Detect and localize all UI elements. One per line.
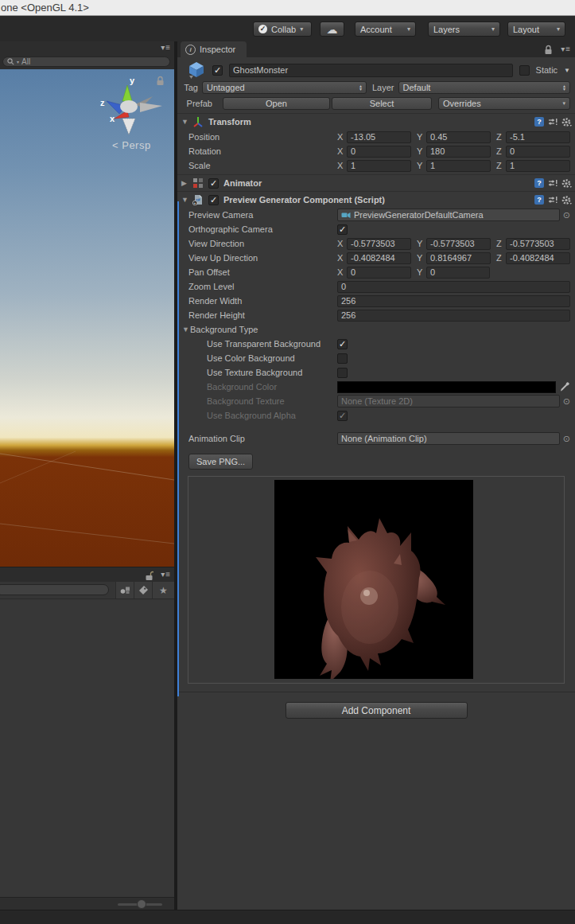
gear-menu-icon[interactable] xyxy=(561,117,572,127)
gameobject-active-checkbox[interactable]: ✓ xyxy=(212,65,223,76)
inspector-info-icon: i xyxy=(185,45,196,55)
inspector-lock-icon[interactable] xyxy=(544,45,553,55)
layer-dropdown[interactable]: Default ▴▾ xyxy=(398,81,570,94)
gameobject-name-field[interactable] xyxy=(229,64,513,77)
help-icon[interactable]: ? xyxy=(534,178,544,188)
layers-label: Layers xyxy=(433,25,460,34)
object-picker-icon[interactable]: ⊙ xyxy=(560,434,570,444)
zoom-level-field[interactable]: 0 xyxy=(337,281,570,293)
collab-button[interactable]: ✓ Collab ▾ xyxy=(253,21,312,37)
animator-header[interactable]: ▶ ✓ Animator ? xyxy=(177,174,575,191)
position-x-field[interactable]: -13.05 xyxy=(347,131,411,143)
pgc-enabled-checkbox[interactable]: ✓ xyxy=(208,195,219,205)
help-icon[interactable]: ? xyxy=(534,117,544,127)
inspector-menu-icon[interactable]: ▾≡ xyxy=(561,45,571,53)
eyedropper-icon[interactable] xyxy=(559,381,570,392)
transform-header[interactable]: ▼ Transform ? xyxy=(177,113,575,130)
scene-orientation-gizmo[interactable]: y z x xyxy=(94,74,165,138)
scale-y-field[interactable]: 1 xyxy=(426,160,491,172)
background-type-foldout-icon[interactable]: ▼ xyxy=(182,326,190,333)
rotation-z-field[interactable]: 0 xyxy=(506,146,570,158)
preview-generator-header[interactable]: ▼ c# + ✓ Preview Generator Component (Sc… xyxy=(177,191,575,208)
view-up-z-field[interactable]: -0.4082484 xyxy=(506,252,570,264)
search-by-label-button[interactable] xyxy=(134,582,152,598)
favorite-search-button[interactable]: ★ xyxy=(152,582,174,598)
scene-search-input[interactable]: ▾ All xyxy=(2,57,170,67)
project-search-input[interactable] xyxy=(0,584,109,595)
view-dir-x-field[interactable]: -0.5773503 xyxy=(347,238,411,250)
view-dir-z-field[interactable]: -0.5773503 xyxy=(506,238,570,250)
project-content-area[interactable] xyxy=(0,599,174,897)
view-up-x-field[interactable]: -0.4082484 xyxy=(347,252,411,264)
use-background-alpha-checkbox[interactable]: ✓ xyxy=(337,411,348,421)
background-texture-object-field[interactable]: None (Texture 2D) xyxy=(337,395,560,407)
project-search-row: ★ xyxy=(0,582,174,599)
gear-menu-icon[interactable] xyxy=(561,195,572,205)
scale-x-field[interactable]: 1 xyxy=(347,160,411,172)
view-up-y-field[interactable]: 0.8164967 xyxy=(426,252,491,264)
scene-panel-menu-icon[interactable]: ▾≡ xyxy=(161,43,171,52)
static-caret-icon[interactable]: ▼ xyxy=(564,67,570,74)
account-dropdown[interactable]: Account ▾ xyxy=(355,21,416,37)
gameobject-cube-icon[interactable] xyxy=(187,60,206,80)
save-png-button[interactable]: Save PNG... xyxy=(188,454,253,470)
render-width-field[interactable]: 256 xyxy=(337,295,570,307)
add-component-button[interactable]: Add Component xyxy=(286,702,468,719)
rotation-x-field[interactable]: 0 xyxy=(347,146,411,158)
object-picker-icon[interactable]: ⊙ xyxy=(560,396,570,407)
use-color-checkbox[interactable]: ✓ xyxy=(337,353,348,364)
position-y-field[interactable]: 0.45 xyxy=(426,131,491,143)
view-dir-y-field[interactable]: -0.5773503 xyxy=(426,238,491,250)
position-z-field[interactable]: -5.1 xyxy=(506,131,570,143)
scale-z-field[interactable]: 1 xyxy=(506,160,570,172)
orthographic-checkbox[interactable]: ✓ xyxy=(337,224,348,235)
animator-enabled-checkbox[interactable]: ✓ xyxy=(208,178,219,189)
view-direction-row: View Direction X-0.5773503 Y-0.5773503 Z… xyxy=(177,236,575,251)
static-checkbox[interactable]: ✓ xyxy=(519,65,530,76)
collab-check-icon: ✓ xyxy=(258,25,267,33)
cloud-button[interactable]: ☁ xyxy=(320,21,344,37)
background-color-swatch[interactable] xyxy=(337,381,556,393)
window-titlebar: one <OpenGL 4.1> xyxy=(0,0,575,16)
use-texture-checkbox[interactable]: ✓ xyxy=(337,368,348,378)
ghost-monster-preview xyxy=(274,480,473,679)
help-icon[interactable]: ? xyxy=(534,195,544,205)
presets-icon[interactable] xyxy=(548,195,558,205)
object-picker-icon[interactable]: ⊙ xyxy=(560,210,570,220)
tab-inspector[interactable]: i Inspector xyxy=(181,41,247,57)
tag-dropdown[interactable]: Untagged ▴▾ xyxy=(202,81,367,94)
layer-updown-icon: ▴▾ xyxy=(563,84,565,91)
render-height-field[interactable]: 256 xyxy=(337,310,570,322)
layers-dropdown[interactable]: Layers ▾ xyxy=(428,21,500,37)
scene-search-value: All xyxy=(21,57,30,66)
pan-y-field[interactable]: 0 xyxy=(426,267,490,279)
pan-x-field[interactable]: 0 xyxy=(347,267,411,279)
animation-clip-object-field[interactable]: None (Animation Clip) xyxy=(337,432,560,445)
prefab-label: Prefab xyxy=(177,99,212,108)
pgc-foldout-icon[interactable]: ▼ xyxy=(181,196,189,204)
gear-menu-icon[interactable] xyxy=(561,178,572,189)
scene-viewport[interactable]: y z x < Persp xyxy=(0,69,174,567)
transform-foldout-icon[interactable]: ▼ xyxy=(181,118,189,126)
project-panel-menu-icon[interactable]: ▾≡ xyxy=(161,570,171,579)
presets-icon[interactable] xyxy=(548,178,558,188)
gizmo-axis-gray-2 xyxy=(140,103,162,112)
icon-size-slider-thumb[interactable] xyxy=(137,899,146,909)
prefab-overrides-dropdown[interactable]: Overrides ▾ xyxy=(438,97,570,110)
prefab-open-button[interactable]: Open xyxy=(223,97,330,110)
project-lock-icon[interactable] xyxy=(145,571,153,581)
orthographic-camera-row: Orthographic Camera ✓ xyxy=(177,222,575,236)
background-type-foldout[interactable]: ▼ Background Type xyxy=(177,322,575,337)
layout-dropdown[interactable]: Layout ▾ xyxy=(507,21,565,37)
presets-icon[interactable] xyxy=(548,117,558,127)
background-texture-row: Background Texture None (Texture 2D) ⊙ xyxy=(177,394,575,408)
gizmo-y-label: y xyxy=(130,76,135,85)
rotation-y-field[interactable]: 180 xyxy=(426,146,491,158)
preview-camera-object-field[interactable]: PreviewGeneratorDefaultCamera xyxy=(337,209,560,221)
use-transparent-checkbox[interactable]: ✓ xyxy=(337,339,348,349)
scale-row: Scale X1 Y1 Z1 xyxy=(177,158,575,173)
prefab-select-button[interactable]: Select xyxy=(332,97,432,110)
animator-foldout-icon[interactable]: ▶ xyxy=(181,179,189,187)
search-by-type-button[interactable] xyxy=(115,582,134,598)
gizmo-persp-label[interactable]: < Persp xyxy=(112,139,151,151)
